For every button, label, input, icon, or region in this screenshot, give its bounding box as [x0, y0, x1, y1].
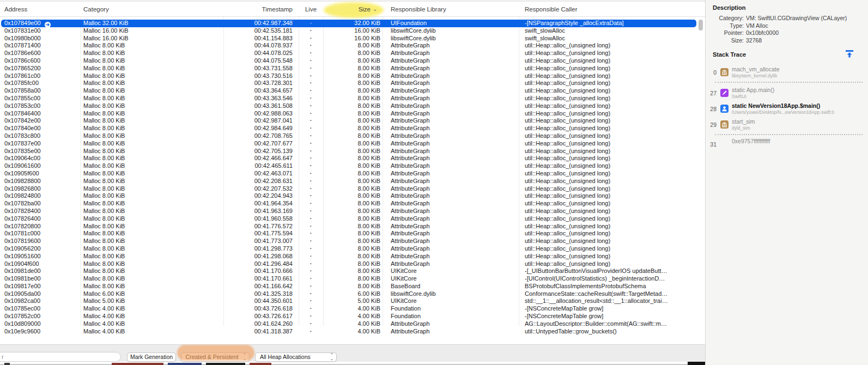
table-row[interactable]: 0x107853c00Malloc 8.00 KiB00:43.361.508·… — [0, 102, 705, 110]
table-row[interactable]: 0x109824800Malloc 8.00 KiB00:42.204.943·… — [0, 192, 705, 200]
column-header-responsible-library[interactable]: Responsible Library — [391, 2, 517, 17]
table-row[interactable]: 0x109826800Malloc 8.00 KiB00:42.207.532·… — [0, 185, 705, 193]
table-row[interactable]: 0x109828800Malloc 8.00 KiB00:42.208.631·… — [0, 178, 705, 185]
table-row[interactable]: 0x109817e00Malloc 8.00 KiB00:41.166.642·… — [0, 283, 705, 290]
cell-timestamp: 00:43.730.516 — [226, 72, 293, 80]
cell-timestamp: 00:43.728.301 — [226, 80, 293, 87]
table-row[interactable]: 0x107846400Malloc 8.00 KiB00:42.988.063·… — [0, 110, 705, 118]
table-row[interactable]: 0x107826400Malloc 8.00 KiB00:41.960.558·… — [0, 215, 705, 223]
description-field: Type:VM Alloc — [706, 22, 868, 30]
cell-timestamp: 00:41.325.318 — [226, 290, 293, 298]
table-row[interactable]: 0x107865200Malloc 8.00 KiB00:43.731.558·… — [0, 65, 705, 72]
cell-caller: util::Heap::alloc_(unsigned long) — [525, 155, 688, 162]
detail-filter-input[interactable] — [0, 352, 121, 362]
table-row[interactable]: 0x10981de00Malloc 8.00 KiB00:41.170.666·… — [0, 267, 705, 275]
table-row[interactable]: 0x107820800Malloc 8.00 KiB00:41.776.572·… — [0, 223, 705, 230]
frame-title: static NewVersion18App.$main() — [732, 102, 866, 110]
table-row[interactable]: 0x10783c800Malloc 8.00 KiB00:42.708.765·… — [0, 132, 705, 140]
cell-timestamp: 00:43.731.558 — [226, 65, 293, 72]
table-row[interactable]: 0x10982ca00Malloc 5.00 KiB00:44.350.601·… — [0, 297, 705, 305]
table-row[interactable]: 0x107855c00Malloc 8.00 KiB00:43.363.546·… — [0, 95, 705, 102]
cell-caller: swift_slowAlloc — [525, 35, 688, 42]
mark-generation-button[interactable]: Mark Generation — [127, 352, 176, 362]
cell-live: · — [299, 140, 323, 148]
table-row[interactable]: 0x10786e600Malloc 8.00 KiB00:44.078.025·… — [0, 50, 705, 57]
table-row[interactable]: 0x107828400Malloc 8.00 KiB00:41.963.169·… — [0, 208, 705, 215]
table-row[interactable]: 0x10785fc00Malloc 8.00 KiB00:43.728.301·… — [0, 80, 705, 87]
cell-live: · — [299, 170, 323, 178]
table-row[interactable]: 0x107842e00Malloc 8.00 KiB00:42.987.041·… — [0, 117, 705, 125]
table-row[interactable]: 0x10786c600Malloc 8.00 KiB00:44.075.548·… — [0, 57, 705, 65]
table-row[interactable]: 0x107849e00➔Malloc 32.00 KiB00:42.987.34… — [0, 20, 705, 27]
column-header-responsible-caller[interactable]: Responsible Caller — [525, 2, 688, 17]
stack-frame[interactable]: 27static App.main()SwiftUI — [706, 86, 868, 100]
table-row[interactable]: 0x10785ec00Malloc 4.00 KiB00:43.726.618·… — [0, 305, 705, 313]
cell-caller: util::Heap::alloc_(unsigned long) — [525, 102, 688, 110]
cell-category: Malloc 8.00 KiB — [83, 132, 220, 140]
cell-live: · — [299, 230, 323, 238]
table-row[interactable]: 0x10981be00Malloc 8.00 KiB00:41.170.661·… — [0, 275, 705, 283]
stack-frame[interactable]: 310xe9757fffffffffff — [706, 137, 868, 151]
cell-address: 0x10782ba00 — [4, 200, 81, 208]
cell-library: AttributeGraph — [391, 125, 517, 132]
frame-title: start_sim — [732, 118, 866, 125]
cell-live: · — [299, 148, 323, 155]
stack-frame[interactable]: 28static NewVersion18App.$main()/Users/y… — [706, 102, 868, 116]
table-row[interactable]: 0x10782ba00Malloc 8.00 KiB00:41.964.354·… — [0, 200, 705, 208]
table-row[interactable]: 0x10d809000Malloc 4.00 KiB00:41.624.260·… — [0, 320, 705, 328]
cell-size: 8.00 KiB — [325, 267, 380, 275]
cell-caller: -[UIControl(UIControlStatistics) _beginI… — [525, 275, 688, 283]
cell-timestamp: 00:44.075.548 — [226, 57, 293, 65]
column-header-category[interactable]: Category — [83, 2, 220, 17]
cell-size: 8.00 KiB — [325, 223, 380, 230]
table-row[interactable]: 0x10980b000Malloc 16.00 KiB00:41.154.883… — [0, 35, 705, 42]
table-row[interactable]: 0x107819600Malloc 8.00 KiB00:41.773.007·… — [0, 238, 705, 245]
cell-address: 0x107871400 — [4, 42, 81, 50]
table-row[interactable]: 0x10905da00Malloc 6.00 KiB00:41.325.318·… — [0, 290, 705, 298]
allocation-filter-popup[interactable]: All Heap Allocations ⌃⌄ — [255, 352, 337, 362]
cell-library: AttributeGraph — [391, 328, 517, 336]
table-scrollbar[interactable] — [698, 19, 703, 336]
table-row[interactable]: 0x107837e00Malloc 8.00 KiB00:42.707.677·… — [0, 140, 705, 148]
stack-frame[interactable]: 0mach_vm_allocatelibsystem_kernel.dylib — [706, 65, 868, 80]
table-row[interactable]: 0x109064c00Malloc 8.00 KiB00:42.466.647·… — [0, 155, 705, 162]
column-header-timestamp[interactable]: Timestamp — [226, 2, 293, 17]
sort-chevron-down-icon[interactable]: ⌄ — [373, 2, 377, 17]
reveal-arrow-icon[interactable]: ➔ — [45, 22, 51, 27]
table-row[interactable]: 0x10781c000Malloc 8.00 KiB00:41.775.594·… — [0, 230, 705, 238]
table-row[interactable]: 0x107871400Malloc 8.00 KiB00:44.078.937·… — [0, 42, 705, 50]
cell-live: · — [299, 253, 323, 260]
lifecycle-filter-label: Created & Persistent — [186, 354, 239, 360]
field-value: VM Alloc — [746, 22, 866, 30]
cell-live: · — [299, 27, 323, 35]
collapse-stack-icon[interactable] — [845, 50, 854, 58]
lifecycle-filter-popup[interactable]: Created & Persistent ⌃⌄ — [181, 352, 250, 362]
column-header-live[interactable]: Live — [299, 2, 323, 17]
cell-caller: util::Heap::alloc_(unsigned long) — [525, 230, 688, 238]
cell-timestamp: 00:41.296.484 — [226, 260, 293, 268]
cell-size: 8.00 KiB — [325, 57, 380, 65]
table-row[interactable]: 0x10904f600Malloc 8.00 KiB00:41.296.484·… — [0, 260, 705, 268]
column-header-address[interactable]: Address — [4, 2, 76, 17]
cell-category: Malloc 8.00 KiB — [83, 178, 220, 185]
cell-category: Malloc 8.00 KiB — [83, 275, 220, 283]
table-row[interactable]: 0x107840e00Malloc 8.00 KiB00:42.984.649·… — [0, 125, 705, 132]
column-header-size[interactable]: Size — [323, 2, 371, 17]
table-row[interactable]: 0x107861c00Malloc 8.00 KiB00:43.730.516·… — [0, 72, 705, 80]
stack-frame[interactable]: 29start_simdyld_sim — [706, 118, 868, 132]
table-row[interactable]: 0x109056200Malloc 8.00 KiB00:41.298.773·… — [0, 245, 705, 253]
scrollbar-thumb[interactable] — [699, 20, 703, 31]
table-row[interactable]: 0x107835e00Malloc 8.00 KiB00:42.705.139·… — [0, 148, 705, 155]
cell-live: · — [299, 192, 323, 200]
cell-live: · — [299, 185, 323, 193]
table-row[interactable]: 0x109051600Malloc 8.00 KiB00:41.298.068·… — [0, 253, 705, 260]
table-row[interactable]: 0x10905f600Malloc 8.00 KiB00:42.463.071·… — [0, 170, 705, 178]
cell-library: AttributeGraph — [391, 110, 517, 118]
table-row[interactable]: 0x107831e00Malloc 16.00 KiB00:42.535.181… — [0, 27, 705, 35]
cell-timestamp: 00:42.984.649 — [226, 125, 293, 132]
table-row[interactable]: 0x107858a00Malloc 8.00 KiB00:43.364.657·… — [0, 87, 705, 95]
cell-library: UIFoundation — [391, 20, 517, 27]
table-row[interactable]: 0x107852c00Malloc 4.00 KiB00:43.726.617·… — [0, 313, 705, 320]
table-row[interactable]: 0x109061600Malloc 8.00 KiB00:42.465.611·… — [0, 162, 705, 170]
table-row[interactable]: 0x10e9c9600Malloc 4.00 KiB00:41.318.387·… — [0, 328, 705, 336]
